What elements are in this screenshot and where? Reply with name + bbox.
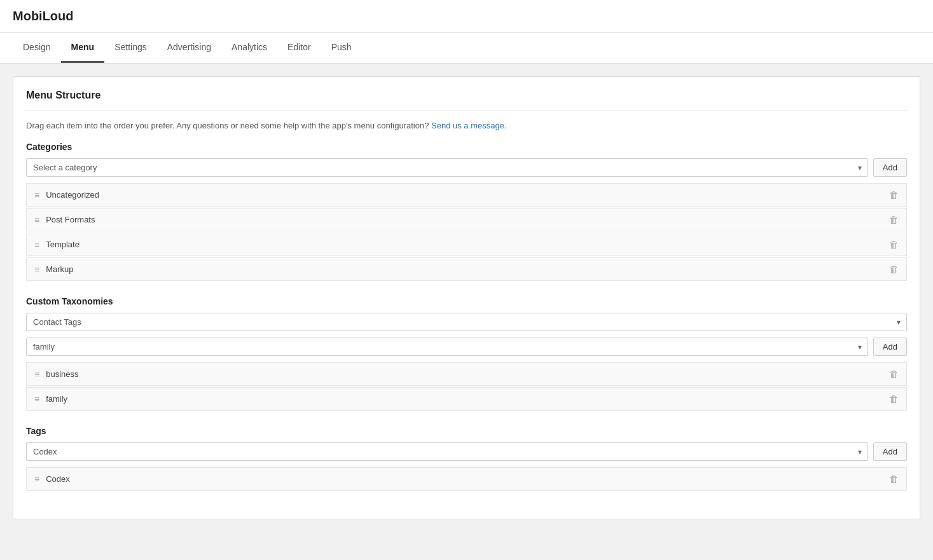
list-item[interactable]: ≡ Post Formats 🗑 [26,208,907,231]
categories-section: Categories Select a category Add ≡ Uncat… [26,142,907,281]
tags-main-add-button[interactable]: Add [873,442,907,461]
list-item[interactable]: ≡ business 🗑 [26,362,907,386]
tags-main-select[interactable]: Codex [26,442,868,461]
taxonomy-items-list: ≡ business 🗑 ≡ family 🗑 [26,362,907,411]
taxonomy-select-wrapper: Contact Tags [26,313,907,331]
custom-taxonomies-section: Custom Taxonomies Contact Tags family Ad… [26,296,907,411]
list-item[interactable]: ≡ Uncategorized 🗑 [26,183,907,207]
drag-handle-icon: ≡ [34,191,39,200]
delete-icon[interactable]: 🗑 [889,214,899,225]
card-title: Menu Structure [26,90,907,111]
tags-main-select-row: Codex Add [26,442,907,461]
item-label: Codex [46,474,70,484]
item-label: family [46,394,67,404]
tags-items-list: ≡ Codex 🗑 [26,467,907,491]
drag-handle-icon: ≡ [34,265,39,274]
list-item[interactable]: ≡ Codex 🗑 [26,467,907,491]
tags-select[interactable]: family [26,338,868,356]
tab-settings[interactable]: Settings [104,33,157,63]
send-message-link[interactable]: Send us a message [431,121,504,130]
tab-analytics[interactable]: Analytics [221,33,277,63]
categories-select-wrapper: Select a category [26,158,868,177]
nav-tabs: Design Menu Settings Advertising Analyti… [0,33,933,64]
item-label: Post Formats [46,215,95,224]
item-label: Uncategorized [46,190,99,200]
custom-taxonomies-title: Custom Taxonomies [26,296,907,306]
menu-structure-card: Menu Structure Drag each item into the o… [13,76,920,519]
drag-handle-icon: ≡ [34,370,39,379]
main-content: Menu Structure Drag each item into the o… [0,64,933,532]
categories-select[interactable]: Select a category [26,158,868,177]
categories-list: ≡ Uncategorized 🗑 ≡ Post Formats 🗑 ≡ T [26,183,907,281]
tab-advertising[interactable]: Advertising [157,33,221,63]
list-item[interactable]: ≡ Markup 🗑 [26,257,907,281]
drag-handle-icon: ≡ [34,475,39,484]
header: MobiLoud [0,0,933,33]
delete-icon[interactable]: 🗑 [889,369,899,379]
tags-main-select-wrapper: Codex [26,442,868,461]
drag-handle-icon: ≡ [34,240,39,249]
drag-handle-icon: ≡ [34,395,39,404]
logo: MobiLoud [13,9,74,23]
categories-select-row: Select a category Add [26,158,907,177]
categories-title: Categories [26,142,907,152]
taxonomy-select[interactable]: Contact Tags [26,313,907,331]
list-item[interactable]: ≡ family 🗑 [26,387,907,411]
tab-menu[interactable]: Menu [61,33,105,63]
tags-select-wrapper: family [26,338,868,356]
item-label: business [46,369,78,379]
delete-icon[interactable]: 🗑 [889,474,899,484]
tags-title: Tags [26,426,907,436]
tags-section: Tags Codex Add ≡ Codex 🗑 [26,426,907,491]
tab-design[interactable]: Design [13,33,61,63]
taxonomy-select-row: Contact Tags [26,313,907,331]
delete-icon[interactable]: 🗑 [889,393,899,404]
tab-push[interactable]: Push [321,33,362,63]
delete-icon[interactable]: 🗑 [889,239,899,250]
item-label: Template [46,240,79,249]
info-text: Drag each item into the order you prefer… [26,121,907,130]
tags-add-button[interactable]: Add [873,338,907,356]
item-label: Markup [46,264,73,274]
tab-editor[interactable]: Editor [277,33,321,63]
tags-select-row: family Add [26,338,907,356]
drag-handle-icon: ≡ [34,215,39,224]
categories-add-button[interactable]: Add [873,158,907,177]
list-item[interactable]: ≡ Template 🗑 [26,233,907,256]
delete-icon[interactable]: 🗑 [889,264,899,275]
delete-icon[interactable]: 🗑 [889,189,899,200]
